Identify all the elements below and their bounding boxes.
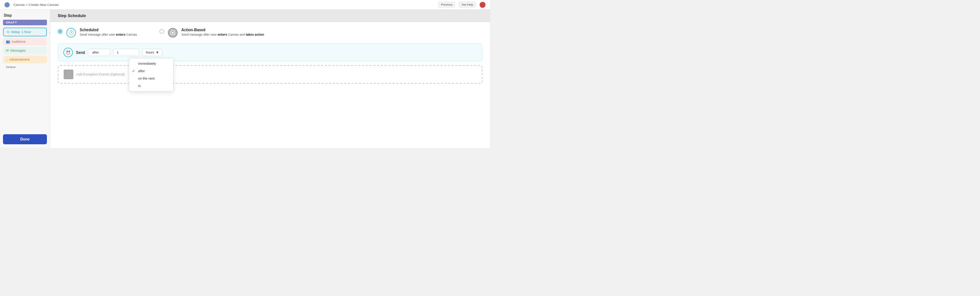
action-based-text: Action-Based Send message after user ent…	[181, 28, 264, 36]
get-help-button[interactable]: Get Help	[459, 2, 476, 8]
content-body: 🕐 Scheduled Send message after user ente…	[50, 22, 490, 148]
action-based-icon	[168, 28, 178, 38]
draft-badge: DRAFT	[3, 20, 47, 25]
unit-value: hours	[146, 51, 154, 54]
send-icon: ⏰	[63, 47, 73, 57]
clock-icon: 🕐	[68, 30, 74, 35]
timing-selected-value: after	[92, 51, 99, 54]
content-header: Step Schedule	[50, 9, 490, 22]
user-avatar	[480, 2, 485, 8]
sidebar-messages-label: Messages	[10, 49, 26, 52]
previous-button[interactable]: Previous	[438, 2, 455, 8]
sidebar-audience-label: Audience	[11, 40, 26, 44]
clock-small-icon: ⏰	[66, 51, 70, 55]
send-row: ⏰ Send after hours ▼ immediately	[58, 44, 482, 61]
dropdown-item-in[interactable]: in	[129, 82, 173, 90]
action-based-description: Send message after user enters Canvas an…	[181, 33, 264, 36]
sidebar-item-messages[interactable]: ✉ Messages	[3, 47, 47, 54]
action-based-radio[interactable]	[159, 29, 164, 34]
breadcrumb: Canvas > Create New Canvas	[13, 3, 59, 7]
sidebar: Step DRAFT ⊙ Delay: 1 hour › 👥 Audience …	[0, 9, 50, 148]
top-nav-actions: Previous Get Help	[438, 2, 485, 8]
sidebar-item-audience[interactable]: 👥 Audience	[3, 38, 47, 45]
send-label: Send	[76, 51, 85, 55]
messages-icon: ✉	[6, 49, 9, 52]
audience-icon: 👥	[6, 40, 10, 44]
delay-number-input[interactable]	[113, 49, 139, 56]
scheduled-text: Scheduled Send message after user enters…	[80, 28, 137, 36]
clock-icon: ⊙	[7, 30, 10, 34]
default-label: Default	[3, 65, 47, 70]
timing-dropdown-trigger[interactable]: after	[88, 49, 110, 56]
main-layout: Step DRAFT ⊙ Delay: 1 hour › 👥 Audience …	[0, 9, 490, 148]
scheduled-option[interactable]: 🕐 Scheduled Send message after user ente…	[58, 28, 137, 38]
timing-dropdown-menu: immediately after on the next in	[129, 58, 173, 92]
advancement-icon: ↓	[6, 58, 8, 61]
dropdown-item-after[interactable]: after	[129, 67, 173, 75]
scheduled-radio-inner	[59, 30, 61, 33]
exception-label: Add Exception Events (Optional)	[76, 73, 125, 76]
exception-thumb	[64, 70, 73, 79]
dropdown-item-immediately[interactable]: immediately	[129, 60, 173, 67]
sidebar-delay-label: Delay: 1 hour	[11, 30, 31, 34]
content-area: Step Schedule 🕐 Scheduled Send mess	[50, 9, 490, 148]
action-based-title: Action-Based	[181, 28, 264, 32]
app-logo	[5, 2, 10, 8]
schedule-options: 🕐 Scheduled Send message after user ente…	[58, 28, 482, 38]
scheduled-icon: 🕐	[66, 28, 76, 38]
exception-events-row[interactable]: Add Exception Events (Optional)	[58, 65, 482, 84]
sidebar-advancement-label: Advancement	[9, 58, 30, 61]
scheduled-description: Send message after user enters Canvas	[80, 33, 137, 36]
scheduled-title: Scheduled	[80, 28, 137, 32]
scheduled-radio[interactable]	[58, 29, 62, 34]
content-header-title: Step Schedule	[58, 13, 482, 18]
unit-select[interactable]: hours ▼	[142, 49, 162, 56]
sidebar-item-delay[interactable]: ⊙ Delay: 1 hour ›	[3, 27, 47, 36]
chevron-down-icon: ▼	[156, 51, 159, 54]
action-based-option[interactable]: Action-Based Send message after user ent…	[159, 28, 264, 38]
top-nav: Canvas > Create New Canvas Previous Get …	[0, 0, 490, 9]
dropdown-item-on-next[interactable]: on the next	[129, 75, 173, 82]
sidebar-title: Step	[3, 13, 47, 17]
sidebar-item-advancement[interactable]: ↓ Advancement	[3, 56, 47, 63]
sidebar-done-button[interactable]: Done	[3, 134, 47, 144]
